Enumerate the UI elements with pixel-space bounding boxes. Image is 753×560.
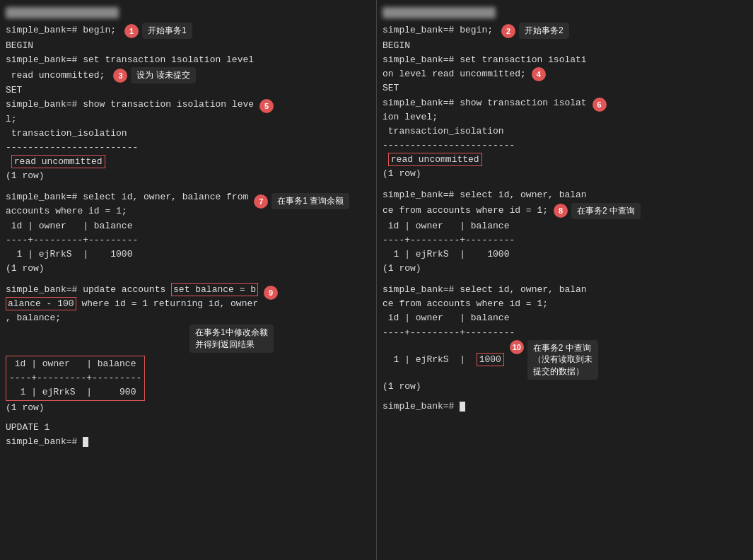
code-sel-header: id | owner | balance bbox=[6, 219, 370, 233]
spacer-r3 bbox=[383, 394, 747, 399]
code-selr-row1: (1 row) bbox=[383, 262, 747, 276]
code-showr1: simple_bank=# show transaction isolat bbox=[383, 96, 587, 110]
left-terminal: simple_bank=# begin; 1 开始事务1 BEGIN simpl… bbox=[0, 0, 377, 560]
blurred-bar-right bbox=[383, 7, 496, 18]
select-block-left: simple_bank=# select id, owner, balance … bbox=[6, 190, 370, 276]
select-block-right-2: simple_bank=# select id, owner, balan ce… bbox=[383, 283, 747, 414]
update-row: simple_bank=# update accounts set balanc… bbox=[6, 283, 370, 325]
badge-3: 3 bbox=[113, 69, 127, 83]
code-begin-r2: BEGIN bbox=[383, 39, 747, 53]
code-selr-row2: (1 row) bbox=[383, 380, 747, 394]
code-selr2b: ce from accounts where id = 1; bbox=[383, 297, 747, 311]
code-selr-sep2: ----+---------+--------- bbox=[383, 326, 747, 340]
code-1rowr1: (1 row) bbox=[383, 167, 587, 181]
annotation-10: 10 在事务2 中查询（没有读取到未提交的数据） bbox=[510, 340, 598, 380]
annotation-10-inner: 10 在事务2 中查询（没有读取到未提交的数据） bbox=[510, 340, 598, 380]
code-sel-sep: ----+---------+--------- bbox=[6, 233, 370, 247]
show-transaction-right: simple_bank=# show transaction isolat io… bbox=[383, 96, 747, 182]
code-upd-data: 1 | ejRrkS | 900 bbox=[9, 385, 141, 399]
annotation-5: 5 bbox=[259, 99, 274, 113]
annotation-4: 4 bbox=[532, 67, 546, 81]
code-sel1: simple_bank=# select id, owner, balance … bbox=[6, 190, 248, 204]
highlight-set-balance2: alance - 100 bbox=[6, 297, 76, 310]
highlight-1000-right: 1000 bbox=[477, 353, 504, 366]
code-update1: UPDATE 1 bbox=[6, 421, 370, 435]
set-transaction-block: simple_bank=# set transaction isolation … bbox=[6, 53, 370, 98]
code-sepr1: ------------------------ bbox=[383, 139, 587, 153]
annotation-9: 9 bbox=[264, 286, 278, 300]
code-setr2-row: on level read uncommitted; 4 bbox=[383, 67, 747, 81]
code-show2: l; bbox=[6, 112, 254, 127]
annotation-3: 3 设为 读未提交 bbox=[113, 67, 195, 83]
badge-6: 6 bbox=[593, 98, 607, 112]
highlight-read-uncommitted-right: read uncommitted bbox=[388, 153, 482, 166]
code-selr-data2: 1 | ejRrkS | 1000 bbox=[383, 353, 504, 367]
code-showr2: ion level; bbox=[383, 110, 587, 124]
badge-9: 9 bbox=[264, 286, 278, 300]
badge-1: 1 bbox=[124, 24, 139, 38]
tooltip-10: 在事务2 中查询（没有读取到未提交的数据） bbox=[527, 340, 598, 380]
set-transaction-right: simple_bank=# set transaction isolati on… bbox=[383, 53, 747, 95]
badge-5: 5 bbox=[259, 99, 274, 113]
code-begin-r: simple_bank=# begin; bbox=[383, 23, 493, 37]
code-upd3: , balance; bbox=[6, 311, 258, 325]
annotation-6: 6 bbox=[593, 98, 607, 112]
select-lines: simple_bank=# select id, owner, balance … bbox=[6, 190, 248, 218]
code-sel2: accounts where id = 1; bbox=[6, 204, 248, 218]
spacer-r1 bbox=[383, 181, 747, 188]
code-sep1: ------------------------ bbox=[6, 141, 254, 155]
code-setr1: simple_bank=# set transaction isolati bbox=[383, 53, 747, 67]
show-transaction-block: simple_bank=# show transaction isolation… bbox=[6, 98, 370, 183]
badge-2: 2 bbox=[501, 24, 515, 38]
code-setr2: on level read uncommitted; bbox=[383, 67, 526, 81]
code-selr1b: ce from accounts where id = 1; bbox=[383, 204, 548, 218]
code-sel-row: (1 row) bbox=[6, 262, 370, 276]
spacer3 bbox=[6, 415, 370, 421]
code-set2: read uncommitted; bbox=[6, 69, 105, 83]
code-tir: transaction_isolation bbox=[383, 124, 587, 139]
cursor-right bbox=[460, 402, 465, 412]
code-show1: simple_bank=# show transaction isolation… bbox=[6, 98, 254, 112]
annotation-8: 8 在事务2 中查询 bbox=[554, 203, 641, 219]
badge-4: 4 bbox=[532, 67, 546, 81]
update-block: simple_bank=# update accounts set balanc… bbox=[6, 283, 370, 449]
code-text: simple_bank=# begin; bbox=[6, 23, 116, 37]
cursor-left bbox=[83, 437, 88, 447]
annotation-2: 2 开始事务2 bbox=[501, 23, 569, 39]
code-selr-header1: id | owner | balance bbox=[383, 219, 747, 233]
code-ru-left: read uncommitted bbox=[6, 155, 254, 169]
show-lines-r: simple_bank=# show transaction isolat io… bbox=[383, 96, 587, 182]
code-begin: BEGIN bbox=[6, 39, 370, 53]
tooltip-8: 在事务2 中查询 bbox=[571, 203, 641, 219]
code-selr-data2-row: 1 | ejRrkS | 1000 10 在事务2 中查询（没有读取到未提交的数… bbox=[383, 340, 747, 380]
badge-7: 7 bbox=[254, 194, 268, 209]
tooltip-7: 在事务1 查询余额 bbox=[272, 193, 349, 209]
code-ti: transaction_isolation bbox=[6, 127, 254, 141]
annotation-9-tooltip-wrap: 在事务1中修改余额并得到返回结果 bbox=[6, 325, 370, 353]
select-row-7: simple_bank=# select id, owner, balance … bbox=[6, 190, 370, 218]
code-upd-row: (1 row) bbox=[6, 401, 370, 415]
code-upd-header: id | owner | balance bbox=[9, 357, 141, 371]
code-prompt-cursor-left: simple_bank=# bbox=[6, 435, 370, 449]
code-selr2a: simple_bank=# select id, owner, balan bbox=[383, 283, 747, 297]
show-lines: simple_bank=# show transaction isolation… bbox=[6, 98, 254, 183]
spacer2 bbox=[6, 276, 370, 283]
badge-8: 8 bbox=[554, 204, 568, 218]
code-upd1: simple_bank=# update accounts set balanc… bbox=[6, 283, 258, 297]
badge-10: 10 bbox=[510, 340, 524, 354]
line-begin-left: simple_bank=# begin; 1 开始事务1 bbox=[6, 23, 370, 39]
code-set2-row: read uncommitted; 3 设为 读未提交 bbox=[6, 67, 370, 83]
spacer-r2 bbox=[383, 276, 747, 283]
code-upd2: alance - 100 where id = 1 returning id, … bbox=[6, 297, 258, 311]
tooltip-3: 设为 读未提交 bbox=[131, 67, 195, 83]
code-set1: simple_bank=# set transaction isolation … bbox=[6, 53, 370, 67]
blurred-bar bbox=[6, 7, 119, 18]
code-selr1a: simple_bank=# select id, owner, balan bbox=[383, 188, 747, 202]
code-1row1: (1 row) bbox=[6, 169, 254, 183]
code-sel-data: 1 | ejRrkS | 1000 bbox=[6, 247, 370, 262]
tooltip-9: 在事务1中修改余额并得到返回结果 bbox=[189, 325, 274, 353]
tooltip-1: 开始事务1 bbox=[142, 23, 192, 39]
highlight-read-uncommitted-left: read uncommitted bbox=[11, 155, 105, 168]
code-upd-sep: ----+---------+--------- bbox=[9, 371, 141, 385]
highlight-set-balance: set balance = b bbox=[171, 283, 258, 296]
